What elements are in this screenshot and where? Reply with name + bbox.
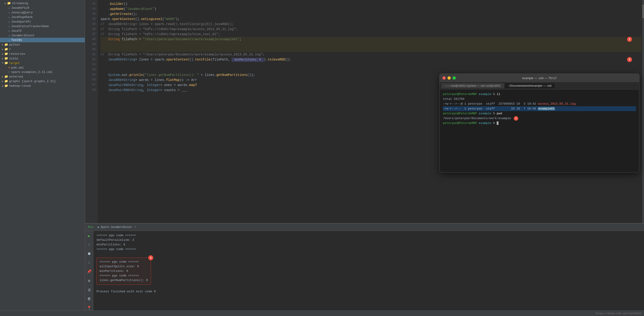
file-tree: ▶ 📁 streaming ☕ JavaHdfsLR ☕ JavaLogQuer… — [0, 0, 85, 310]
run-output[interactable]: >>>>>> pgx code <<<<<< defaultParallelis… — [93, 231, 644, 310]
sidebar-item-label: pom.xml — [11, 66, 24, 70]
term-line: peterpan@PeterdeMBP example % pwd — [443, 111, 636, 116]
term-line: -rw-r--r--@ 1 peterpan staff 157069653 1… — [443, 101, 636, 106]
sidebar-item-javahdflsr[interactable]: ☕ JavaHdfsLR — [0, 6, 85, 10]
java-icon: ☕ — [8, 38, 10, 42]
code-line: .appName("JavaWordCount") — [100, 7, 641, 12]
java-icon: ☕ — [8, 6, 10, 10]
run-icon-small: ▶ — [98, 226, 99, 229]
folder-icon: 📁 — [4, 57, 8, 60]
sidebar-item-resources[interactable]: ▶ 📁 resources — [0, 52, 85, 56]
iml-icon: ▪ — [8, 70, 10, 74]
sidebar-item-label: JavaSparkPi — [11, 20, 31, 24]
sidebar-item-test01[interactable]: ☕ Test01 — [0, 38, 85, 42]
stop-btn[interactable]: ⏹ — [86, 251, 92, 257]
sidebar-item-label: external — [9, 75, 24, 78]
annotation-4: 4 — [148, 255, 153, 260]
highlighted-output-block: >>>>>> pgx code <<<<<< allInputSplits.si… — [96, 258, 151, 285]
java-icon: ☕ — [8, 11, 10, 14]
sidebar-item-label: JavaStatusTrackerDemo — [11, 25, 49, 28]
terminal-tab-local[interactable]: ~/Documents/work/example — -zsh — [505, 83, 555, 88]
expand-arrow: ▶ — [2, 75, 4, 78]
folder-icon: 📁 — [4, 52, 8, 56]
code-line: // JavaRDD<String> lines = spark.read().… — [100, 22, 641, 27]
code-line: spark.sparkContext().setLogLevel("WARN")… — [100, 17, 641, 22]
code-line: JavaRDD<String> lines = spark.sparkConte… — [100, 57, 641, 73]
java-icon: ☕ — [8, 29, 10, 33]
output-line: minPartitions: 6 — [100, 269, 148, 273]
sidebar-item-hadoop-cloud[interactable]: ▶ 📁 hadoop-cloud — [0, 84, 85, 88]
terminal-tab-ssh[interactable]: ~ — root@cdh01:/opt/text — ssh root@cdh0… — [442, 83, 504, 88]
code-line: .builder() — [100, 2, 641, 7]
code-line: // String filePath = "/Users/peterpan/Do… — [100, 52, 641, 57]
trash-btn[interactable]: 🗑 — [86, 296, 92, 302]
scroll-down-btn[interactable]: ↓ — [87, 260, 91, 266]
pin-btn[interactable]: 📌 — [86, 268, 92, 275]
close-tab-icon[interactable]: × — [134, 226, 136, 229]
sidebar-item-label: spark-examples_2.11.iml — [11, 70, 52, 74]
java-icon: ☕ — [8, 20, 10, 24]
sidebar-item-graphx[interactable]: ▶ 📁 graphx [spark-graphx_2.11] — [0, 79, 85, 84]
maximize-window-btn[interactable] — [452, 76, 456, 80]
print-btn[interactable]: 🖨 — [86, 287, 92, 293]
sidebar-item-label: r — [9, 48, 11, 51]
sidebar-item-label: JavaPageRank — [11, 16, 33, 19]
sidebar-item-javapagerank[interactable]: ☕ JavaPageRank — [0, 15, 85, 19]
sidebar-item-javatc[interactable]: ☕ JavaTC — [0, 29, 85, 33]
sidebar-item-label: streaming — [12, 2, 28, 5]
output-line: >>>>>> pgx code <<<<<< — [96, 247, 641, 252]
sidebar-item-javawordcount[interactable]: ☕ JavaWordCount — [0, 33, 85, 38]
close-window-btn[interactable] — [442, 76, 446, 80]
folder-icon: 📁 — [4, 75, 8, 78]
sidebar-item-javalogquery[interactable]: ☕ JavaLogQuery — [0, 10, 85, 15]
sidebar-item-label: JavaLogQuery — [11, 11, 33, 14]
expand-arrow: ▶ — [4, 2, 6, 5]
sidebar-item-label: scala — [9, 57, 18, 60]
output-status: Process finished with exit code 0 — [96, 289, 641, 294]
status-url: https://blog.csdn.net/kyle0349 — [596, 312, 641, 315]
sidebar-item-external[interactable]: ▶ 📁 external — [0, 74, 85, 79]
sidebar-item-spark-iml[interactable]: ▪ spark-examples_2.11.iml — [0, 70, 85, 74]
folder-icon: 📁 — [4, 47, 8, 51]
sidebar-item-r[interactable]: ▶ 📁 r — [0, 47, 85, 52]
sidebar-item-pomxml[interactable]: ⚙ pom.xml — [0, 65, 85, 70]
output-line: allInputSplits.size: 8 — [100, 264, 148, 269]
editor-scrollbar[interactable] — [642, 0, 644, 223]
sidebar-item-label: hadoop-cloud — [9, 84, 31, 88]
code-line-48: String filePath = "/Users/peterpan/Docum… — [100, 37, 641, 52]
sidebar-item-label: Test01 — [11, 39, 22, 42]
expand-arrow: ▶ — [2, 53, 4, 56]
output-line: >>>>>> pgx code <<<<<< — [100, 260, 148, 264]
output-line: >>>>>> pgx code <<<<<< — [100, 273, 148, 278]
expand-arrow: ▼ — [2, 62, 4, 64]
settings-btn[interactable]: ⚙ — [87, 277, 91, 284]
sidebar-item-target[interactable]: ▼ 📁 target — [0, 61, 85, 65]
folder-icon: 📁 — [4, 84, 8, 88]
output-line: >>>>>> pgx code <<<<<< — [96, 233, 641, 238]
output-line: defaultParallelism: 2 — [96, 238, 641, 242]
sidebar-item-label: JavaHdfsLR — [11, 6, 29, 10]
term-line: peterpan@PeterdeMBP example % ll — [443, 92, 636, 97]
folder-icon: 📁 — [4, 79, 8, 83]
code-line: // String filePath = "hdfs://cdh01/tmp/e… — [100, 32, 641, 37]
terminal-body[interactable]: peterpan@PeterdeMBP example % ll total 3… — [440, 90, 639, 172]
sidebar-item-scala[interactable]: ▶ 📁 scala — [0, 56, 85, 61]
run-btn[interactable]: ▶ — [87, 233, 91, 239]
terminal-tab-ssh-label: ~ — root@cdh01:/opt/text — ssh root@cdh0… — [445, 84, 501, 87]
sidebar-item-streaming[interactable]: ▶ 📁 streaming — [0, 1, 85, 6]
sidebar-item-python[interactable]: ▶ 📁 python — [0, 42, 85, 47]
run-tab[interactable]: ▶ Spark-JavaWordCount × — [98, 226, 136, 229]
expand-arrow: ▶ — [2, 84, 4, 87]
expand-arrow: ▶ — [2, 48, 4, 51]
line-numbers: 41424344 45464748 49505152 53545556 5758 — [85, 0, 98, 223]
run-panel-body: ▶ ↑ ⏹ ↓ 📌 ⚙ 🖨 🗑 📍 >>>>>> pgx code <<<<<<… — [85, 231, 644, 310]
terminal-tab-local-label: ~/Documents/work/example — -zsh — [508, 84, 552, 87]
sidebar-item-javastatustrack[interactable]: ☕ JavaStatusTrackerDemo — [0, 24, 85, 29]
sidebar-item-javasparkpi[interactable]: ☕ JavaSparkPi — [0, 19, 85, 24]
sidebar-item-label: target — [9, 61, 20, 65]
scroll-up-btn[interactable]: ↑ — [87, 242, 91, 248]
status-bar: https://blog.csdn.net/kyle0349 — [0, 310, 644, 316]
pin2-btn[interactable]: 📍 — [86, 305, 92, 310]
sidebar-item-label: graphx [spark-graphx_2.11] — [9, 80, 56, 83]
minimize-window-btn[interactable] — [448, 76, 451, 80]
